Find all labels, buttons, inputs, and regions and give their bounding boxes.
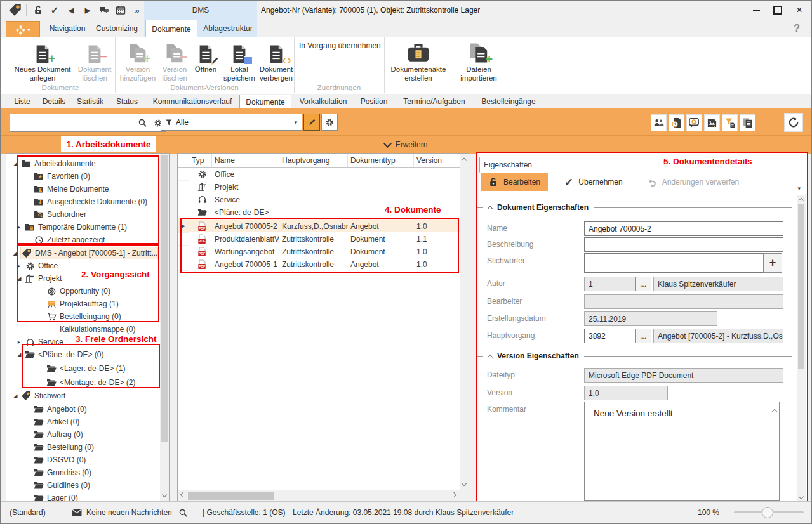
column-version[interactable]: Version bbox=[414, 154, 458, 167]
view-tab-status[interactable]: Status bbox=[112, 94, 142, 108]
tree-item-arbeitsdokumente[interactable]: ◢Arbeitsdokumente bbox=[6, 157, 159, 170]
tree-scrollbar[interactable] bbox=[160, 154, 169, 501]
tree-item-guidlines[interactable]: Guidlines (0) bbox=[6, 479, 159, 492]
tree-item-suchordner[interactable]: Suchordner bbox=[6, 208, 159, 221]
list-row-office[interactable]: Office bbox=[178, 167, 460, 180]
add-stichwort-button[interactable]: + bbox=[763, 253, 782, 273]
list-row-service[interactable]: Service bbox=[178, 193, 460, 206]
tree-item-artikel[interactable]: Artikel (0) bbox=[6, 416, 159, 428]
filter-value[interactable]: Alle bbox=[161, 114, 290, 131]
column-hauptvorgang[interactable]: Hauptvorgang bbox=[279, 154, 348, 167]
view-tab-termine-aufgaben[interactable]: Termine/Aufgaben bbox=[399, 94, 469, 108]
column-name[interactable]: Name bbox=[212, 154, 279, 167]
back-icon[interactable]: ◀ bbox=[65, 4, 77, 16]
calendar-icon[interactable] bbox=[114, 4, 127, 16]
tree-item-lager[interactable]: Lager (0) bbox=[6, 492, 159, 502]
feedback-icon[interactable] bbox=[98, 4, 110, 16]
document-history-icon[interactable] bbox=[669, 114, 684, 131]
view-tab-liste[interactable]: Liste bbox=[10, 94, 35, 108]
in-vorgang-uebernehmen-button[interactable]: In Vorgang übernehmen bbox=[299, 41, 381, 50]
tree-item-ausgecheckte-dokumente[interactable]: Ausgecheckte Dokumente (0) bbox=[6, 195, 159, 208]
filter-edit-button[interactable] bbox=[303, 114, 320, 131]
refresh-button[interactable] bbox=[784, 113, 803, 132]
dateien-importieren-button[interactable]: + Dateien importieren bbox=[456, 39, 501, 82]
tree-item-grundriss[interactable]: Grundriss (0) bbox=[6, 466, 159, 479]
tree-item-temporaere-dokumente[interactable]: ▸Temporäre Dokumente (1) bbox=[6, 221, 159, 233]
list-hscrollbar[interactable] bbox=[178, 490, 460, 501]
version-loeschen-button[interactable]: − Version löschen bbox=[159, 39, 190, 82]
aenderungen-verwerfen-button[interactable]: Änderungen verwerfen bbox=[639, 173, 747, 191]
tree-item-zuletzt-angezeigt[interactable]: Zuletzt angezeigt bbox=[6, 233, 159, 246]
scroll-right-icon[interactable] bbox=[451, 492, 456, 497]
collapse-icon[interactable] bbox=[488, 206, 493, 211]
name-input[interactable]: Angebot 700005-2 bbox=[584, 221, 783, 236]
list-row-produktdatenblatt[interactable]: ProduktdatenblattVo...ZutrittskontrolleD… bbox=[178, 232, 460, 245]
tree-item-bestelleingang[interactable]: Bestelleingang (0) bbox=[6, 310, 159, 323]
section-dokument-eigenschaften[interactable]: Dokument Eigenschaften bbox=[477, 202, 792, 213]
image-document-icon[interactable] bbox=[704, 114, 720, 131]
expander-open-icon[interactable]: ◢ bbox=[10, 393, 20, 399]
view-tab-bestelleingaenge[interactable]: Bestelleingänge bbox=[476, 94, 542, 108]
expander-open-icon[interactable]: ◢ bbox=[10, 250, 20, 256]
check-icon[interactable]: ✓ bbox=[48, 4, 61, 16]
scrollbar-thumb[interactable] bbox=[161, 155, 168, 442]
close-button[interactable]: × bbox=[789, 1, 810, 20]
dokumentenakte-erstellen-button[interactable]: Dokumentenakte erstellen bbox=[388, 39, 449, 82]
column-dokumenttyp[interactable]: Dokumenttyp bbox=[348, 154, 414, 167]
tree-item-angebot[interactable]: Angebot (0) bbox=[6, 403, 159, 416]
application-menu-button[interactable]: ▾ bbox=[6, 21, 40, 39]
tree-item-opportunity[interactable]: Opportunity (0) bbox=[6, 285, 159, 298]
chevron-down-icon[interactable]: ▾ bbox=[797, 185, 801, 192]
tree-item-kalkulationsmappe[interactable]: Kalkulationsmappe (0) bbox=[6, 323, 159, 336]
autor-id-field[interactable]: 1 bbox=[584, 277, 639, 291]
tab-eigenschaften[interactable]: Eigenschaften bbox=[479, 157, 536, 173]
tree-item-auftrag[interactable]: Auftrag (0) bbox=[6, 428, 159, 441]
expander-closed-icon[interactable]: ▸ bbox=[14, 339, 24, 345]
list-row-angebot-700005-2[interactable]: ▶Angebot 700005-2Kurzfuss,D.,OsnabrückAn… bbox=[178, 219, 460, 232]
ribbon-tab-customizing[interactable]: Customizing bbox=[93, 20, 140, 37]
collapse-icon[interactable] bbox=[488, 354, 493, 359]
qat-overflow-icon[interactable]: » bbox=[131, 4, 143, 16]
expander-open-icon[interactable]: ◢ bbox=[14, 351, 24, 358]
scroll-down-icon[interactable] bbox=[160, 491, 169, 500]
scroll-up-icon[interactable] bbox=[460, 155, 469, 164]
forward-icon[interactable]: ▶ bbox=[81, 4, 94, 16]
tree-item-montage-de[interactable]: <Montage: de-DE> (2) bbox=[6, 376, 159, 389]
tree-item-bestellung[interactable]: Bestellung (0) bbox=[6, 441, 159, 454]
expander-closed-icon[interactable]: ▸ bbox=[14, 263, 24, 269]
zoom-slider[interactable] bbox=[734, 511, 804, 513]
section-version-eigenschaften[interactable]: Version Eigenschaften bbox=[477, 351, 792, 361]
list-row-projekt[interactable]: Projekt bbox=[178, 180, 460, 193]
copy-documents-icon[interactable] bbox=[740, 114, 755, 131]
messages-status[interactable]: Keine neuen Nachrichten bbox=[72, 508, 172, 517]
list-vscrollbar[interactable] bbox=[460, 154, 469, 501]
help-button[interactable]: ? bbox=[794, 20, 800, 37]
tree-item-plaene[interactable]: ◢<Pläne: de-DE> (0) bbox=[6, 348, 159, 361]
list-row-angebot-700005-1[interactable]: Angebot 700005-1ZutrittskontrolleAngebot… bbox=[178, 258, 460, 270]
ribbon-tab-navigation[interactable]: Navigation bbox=[46, 20, 88, 37]
view-tab-position[interactable]: Position bbox=[356, 94, 392, 108]
neues-dokument-anlegen-button[interactable]: + Neues Dokument anlegen bbox=[11, 39, 74, 82]
hauptvorgang-id-input[interactable]: 3892 bbox=[584, 329, 639, 343]
oeffnen-button[interactable]: Öffnen bbox=[191, 39, 220, 74]
expander-open-icon[interactable]: ◢ bbox=[14, 275, 24, 282]
autor-browse-button[interactable]: ... bbox=[635, 277, 651, 291]
details-scrollbar[interactable] bbox=[797, 195, 806, 502]
scroll-down-icon[interactable] bbox=[797, 493, 806, 502]
view-tab-vorkalkulation[interactable]: Vorkalkulation bbox=[294, 94, 352, 108]
search-input[interactable] bbox=[10, 114, 135, 131]
lock-icon[interactable] bbox=[32, 4, 44, 16]
search-status-icon[interactable] bbox=[178, 508, 188, 518]
preview-search-icon[interactable] bbox=[686, 114, 702, 131]
contacts-icon[interactable] bbox=[651, 114, 667, 131]
hauptvorgang-browse-button[interactable]: ... bbox=[635, 329, 651, 343]
scrollbar-thumb[interactable] bbox=[188, 492, 274, 500]
view-tab-kommunikationsverlauf[interactable]: Kommunikationsverlauf bbox=[148, 94, 237, 108]
stichwoerter-input[interactable] bbox=[584, 253, 764, 273]
dokument-loeschen-button[interactable]: − Dokument löschen bbox=[76, 39, 114, 82]
minimize-button[interactable] bbox=[745, 1, 767, 20]
kommentar-textarea[interactable]: Neue Version erstellt bbox=[584, 402, 780, 501]
tree-item-meine-dokumente[interactable]: Meine Dokumente bbox=[6, 183, 159, 195]
scroll-up-icon[interactable] bbox=[797, 195, 806, 204]
list-row-wartungsangebot[interactable]: WartungsangebotZutrittskontrolleDokument… bbox=[178, 245, 460, 258]
